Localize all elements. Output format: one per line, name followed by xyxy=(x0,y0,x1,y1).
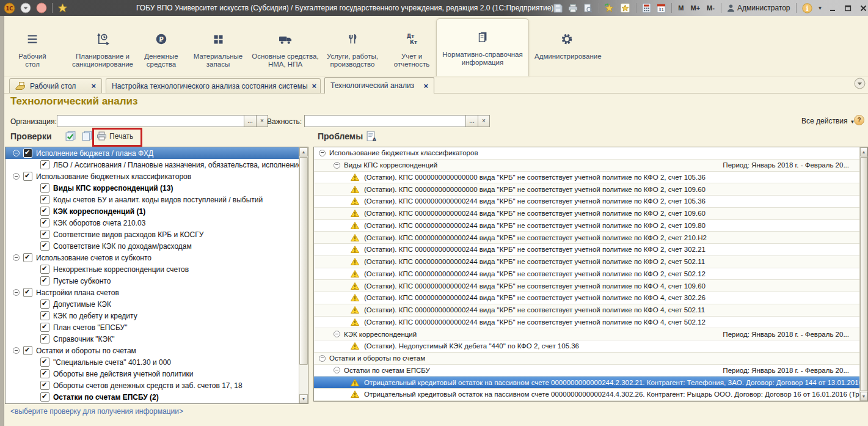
problem-row[interactable]: (Остатки). Недопустимый КЭК дебета "440"… xyxy=(314,340,859,353)
problem-row[interactable]: (Остатки). КПС 0000000000000244 вида "КР… xyxy=(314,292,859,304)
check-tree-row[interactable]: КЭК оборотов счета 210.03 xyxy=(5,217,299,229)
checkbox[interactable] xyxy=(40,183,49,193)
problem-row[interactable]: (Остатки). КПС 0000000000000244 вида "КР… xyxy=(314,256,859,268)
problem-row[interactable]: Отрицательный кредитовый остаток на пасс… xyxy=(314,376,859,389)
checkbox[interactable] xyxy=(40,207,49,216)
checkbox[interactable] xyxy=(40,276,49,285)
checkbox[interactable] xyxy=(23,149,32,158)
calculator-icon[interactable] xyxy=(642,3,651,13)
close-icon[interactable] xyxy=(858,5,868,12)
collapse-icon[interactable] xyxy=(319,355,326,362)
problem-group-row[interactable]: Использование бюджетных классификаторов xyxy=(314,147,859,160)
problem-row[interactable]: (Остатки). КПС 0000000000000244 вида "КР… xyxy=(314,280,859,292)
checks-scrollbar[interactable]: ▲ ▼ xyxy=(299,147,308,403)
check-all-icon[interactable] xyxy=(65,131,76,141)
ribbon-section-3[interactable]: PДенежные средства xyxy=(133,21,189,75)
check-tree-row[interactable]: КЭК корреспонденций (1) xyxy=(5,205,299,217)
select-check-hint[interactable]: <выберите проверку для получения информа… xyxy=(10,407,183,416)
add-favorite-icon[interactable] xyxy=(604,3,615,13)
ribbon-section-8[interactable]: Нормативно-справочная информация xyxy=(436,18,529,76)
memory-button-m+[interactable]: M+ xyxy=(690,4,701,12)
problem-group-row[interactable]: Остатки по счетам ЕПСБУПериод: Январь 20… xyxy=(314,365,859,377)
print-preview-icon[interactable] xyxy=(583,4,593,13)
checkbox[interactable] xyxy=(23,253,32,262)
problems-scrollbar[interactable]: ▲ ▼ xyxy=(859,147,867,401)
check-tree-row[interactable]: Виды КПС корреспонденций (13) xyxy=(5,182,299,194)
memory-button-m-[interactable]: M- xyxy=(706,4,715,12)
problem-group-row[interactable]: Остатки и обороты по счетам xyxy=(314,353,859,365)
problem-row[interactable]: (Остатки). КПС 0000000000000244 вида "КР… xyxy=(314,196,859,208)
save-icon[interactable] xyxy=(553,4,563,13)
favorites-icon[interactable] xyxy=(620,3,630,13)
memory-button-m[interactable]: M xyxy=(677,4,684,12)
copy-checks-icon[interactable] xyxy=(81,131,93,141)
check-tree-row[interactable]: Использование бюджетных классификаторов xyxy=(5,171,299,182)
checkbox[interactable] xyxy=(40,381,49,390)
window-menu-icon[interactable] xyxy=(20,2,31,13)
checkbox[interactable] xyxy=(40,230,49,239)
service-mode-icon[interactable] xyxy=(36,2,47,13)
print-icon[interactable] xyxy=(568,4,578,13)
check-tree-row[interactable]: Остатки по счетам ЕПСБУ (2) xyxy=(5,391,299,403)
organization-clear-button[interactable]: × xyxy=(256,115,268,127)
ribbon-section-1[interactable]: Рабочий стол xyxy=(9,21,56,75)
tab-list-icon[interactable] xyxy=(854,78,866,89)
organization-input[interactable] xyxy=(57,115,244,127)
checkbox[interactable] xyxy=(23,288,32,297)
tab-2[interactable]: Настройка технологического анализа состо… xyxy=(106,78,321,93)
problem-row[interactable]: (Остатки). КПС 0000000000000244 вида "КР… xyxy=(314,244,859,256)
report-icon[interactable]: А xyxy=(367,131,376,142)
collapse-icon[interactable] xyxy=(13,254,20,261)
collapse-icon[interactable] xyxy=(334,331,340,337)
checkbox[interactable] xyxy=(40,323,49,332)
problem-row[interactable]: Отрицательный кредитовый остаток на пасс… xyxy=(314,389,859,401)
help-button[interactable]: ? xyxy=(854,115,864,125)
collapse-icon[interactable] xyxy=(334,367,340,373)
problem-row[interactable]: (Остатки). КПС 0000000000000000 вида "КР… xyxy=(314,183,859,196)
check-tree-row[interactable]: КЭК по дебету и кредиту xyxy=(5,310,299,321)
scroll-down-icon[interactable]: ▼ xyxy=(299,394,308,403)
check-tree-row[interactable]: Использование счетов и субконто xyxy=(5,252,299,263)
check-tree-row[interactable]: Настройки плана счетов xyxy=(5,287,299,298)
check-tree-row[interactable]: Обороты вне действия учетной политики xyxy=(5,368,299,380)
tab-close-icon[interactable]: × xyxy=(423,81,428,90)
check-tree-row[interactable]: Соответствие КЭК по доходам/расходам xyxy=(5,240,299,252)
importance-input[interactable] xyxy=(304,115,466,127)
check-tree-row[interactable]: Допустимые КЭК xyxy=(5,298,299,310)
check-tree-row[interactable]: "Специальные счета" 401.30 и 000 xyxy=(5,356,299,368)
problem-row[interactable]: (Остатки). КПС 0000000000000244 вида "КР… xyxy=(314,220,859,232)
info-icon[interactable]: i xyxy=(802,3,812,13)
check-tree-row[interactable]: Остатки и обороты по счетам xyxy=(5,345,299,356)
checkbox[interactable] xyxy=(40,311,49,320)
checkbox[interactable] xyxy=(40,218,49,227)
scrollbar-thumb[interactable] xyxy=(299,157,308,365)
ribbon-section-9[interactable]: Администрирование xyxy=(533,21,601,75)
ribbon-section-6[interactable]: Услуги, работы, производство xyxy=(313,21,392,75)
checkbox[interactable] xyxy=(23,346,32,355)
checkbox[interactable] xyxy=(40,334,49,343)
minimize-icon[interactable] xyxy=(828,5,837,12)
checkbox[interactable] xyxy=(40,358,49,367)
problem-group-row[interactable]: КЭК корреспонденцийПериод: Январь 2018 г… xyxy=(314,328,859,340)
importance-picker-button[interactable]: ... xyxy=(465,115,478,127)
check-tree-row[interactable]: ЛБО / Ассигнования / Плановые назначения… xyxy=(5,159,299,171)
check-tree-row[interactable]: Справочник "КЭК" xyxy=(5,333,299,345)
ribbon-section-7[interactable]: ДтКтУчет и отчетность xyxy=(385,21,439,75)
check-tree-row[interactable]: План счетов "ЕПСБУ" xyxy=(5,321,299,333)
checkbox[interactable] xyxy=(40,369,49,378)
collapse-icon[interactable] xyxy=(13,289,20,296)
calendar-icon[interactable]: 31 xyxy=(657,3,666,13)
scrollbar-thumb[interactable] xyxy=(860,157,867,391)
scroll-up-icon[interactable]: ▲ xyxy=(299,147,308,156)
collapse-icon[interactable] xyxy=(334,162,340,169)
checkbox[interactable] xyxy=(40,265,49,274)
check-tree-row[interactable]: Соответствие видов расходов КРБ и КОСГУ xyxy=(5,229,299,240)
importance-clear-button[interactable]: × xyxy=(478,115,490,127)
problem-row[interactable]: (Остатки). КПС 0000000000000244 вида "КР… xyxy=(314,208,859,220)
checkbox[interactable] xyxy=(40,241,49,251)
tab-close-icon[interactable]: × xyxy=(312,81,317,90)
maximize-icon[interactable] xyxy=(843,5,853,12)
ribbon-section-4[interactable]: Материальные запасы xyxy=(188,21,248,75)
collapse-icon[interactable] xyxy=(13,347,20,354)
scroll-down-icon[interactable]: ▼ xyxy=(860,392,867,401)
